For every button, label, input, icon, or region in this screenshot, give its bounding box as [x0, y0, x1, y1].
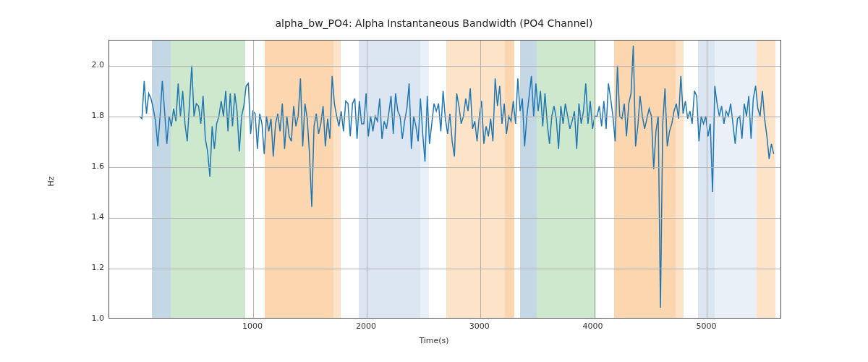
- chart-title: alpha_bw_PO4: Alpha Instantaneous Bandwi…: [0, 17, 868, 29]
- y-tick-label: 1.6: [80, 161, 104, 171]
- y-axis-label: Hz: [43, 0, 58, 362]
- grid-line: [109, 269, 780, 269]
- x-tick-label: 1000: [231, 321, 274, 331]
- grid-line: [367, 41, 367, 318]
- grid-line: [253, 41, 254, 318]
- grid-line: [594, 41, 595, 318]
- x-axis-label: Time(s): [0, 336, 868, 345]
- grid-line: [109, 167, 780, 168]
- grid-line: [109, 66, 780, 67]
- line-plot-svg: [109, 41, 780, 318]
- y-tick-label: 2.0: [80, 60, 104, 70]
- x-tick-label: 2000: [344, 321, 388, 331]
- figure: alpha_bw_PO4: Alpha Instantaneous Bandwi…: [0, 0, 868, 362]
- y-tick-label: 1.2: [80, 263, 104, 272]
- grid-line: [707, 41, 707, 318]
- y-tick-label: 1.4: [80, 212, 104, 222]
- grid-line: [109, 218, 780, 219]
- y-tick-label: 1.8: [80, 111, 104, 120]
- x-tick-label: 4000: [571, 321, 615, 331]
- x-tick-label: 3000: [458, 321, 501, 331]
- grid-line: [109, 117, 780, 117]
- y-tick-label: 1.0: [80, 313, 104, 323]
- plot-area: [109, 40, 781, 319]
- grid-line: [480, 41, 481, 318]
- x-tick-label: 5000: [684, 321, 728, 331]
